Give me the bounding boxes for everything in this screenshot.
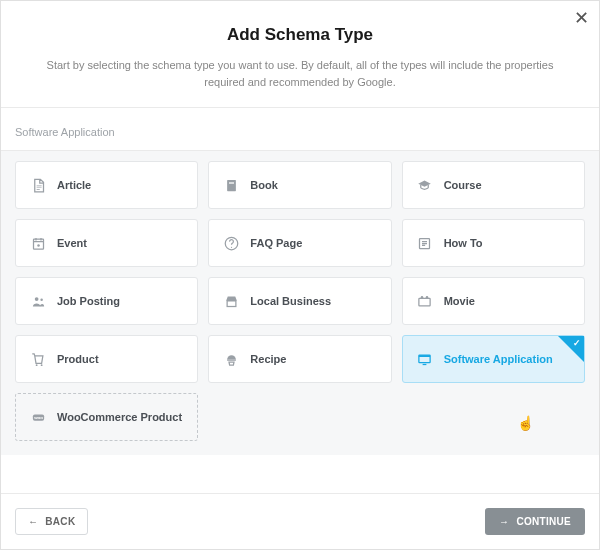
svg-rect-10 <box>419 298 430 306</box>
howto-icon <box>417 235 433 251</box>
event-icon <box>30 235 46 251</box>
schema-card-label: Book <box>250 179 278 191</box>
svg-point-12 <box>426 295 429 298</box>
schema-card-label: Software Application <box>444 353 553 365</box>
schema-card-label: How To <box>444 237 483 249</box>
schema-card-recipe[interactable]: Recipe <box>208 335 391 383</box>
schema-card-label: Local Business <box>250 295 331 307</box>
schema-card-woo[interactable]: wooWooCommerce Product <box>15 393 198 441</box>
search-area <box>1 108 599 150</box>
continue-button[interactable]: → CONTINUE <box>485 508 585 535</box>
modal-title: Add Schema Type <box>37 25 563 45</box>
schema-card-course[interactable]: Course <box>402 161 585 209</box>
continue-label: CONTINUE <box>516 516 571 527</box>
article-icon <box>30 177 46 193</box>
schema-card-event[interactable]: Event <box>15 219 198 267</box>
modal-header: Add Schema Type Start by selecting the s… <box>1 1 599 107</box>
schema-card-faq[interactable]: FAQ Page <box>208 219 391 267</box>
schema-search-input[interactable] <box>15 126 585 138</box>
schema-card-label: Article <box>57 179 91 191</box>
schema-card-movie[interactable]: Movie <box>402 277 585 325</box>
course-icon <box>417 177 433 193</box>
schema-card-label: Recipe <box>250 353 286 365</box>
book-icon <box>223 177 239 193</box>
svg-point-8 <box>40 298 43 301</box>
svg-point-7 <box>34 297 38 301</box>
faq-icon <box>223 235 239 251</box>
schema-card-howto[interactable]: How To <box>402 219 585 267</box>
local-icon <box>223 293 239 309</box>
modal-footer: ← BACK → CONTINUE <box>1 493 599 549</box>
modal-subtitle: Start by selecting the schema type you w… <box>37 57 563 91</box>
schema-card-label: Movie <box>444 295 475 307</box>
schema-card-article[interactable]: Article <box>15 161 198 209</box>
svg-rect-18 <box>423 363 427 364</box>
schema-card-label: WooCommerce Product <box>57 411 182 423</box>
svg-rect-0 <box>227 179 236 190</box>
schema-card-job[interactable]: Job Posting <box>15 277 198 325</box>
schema-card-book[interactable]: Book <box>208 161 391 209</box>
arrow-right-icon: → <box>499 516 509 527</box>
recipe-icon <box>223 351 239 367</box>
svg-point-5 <box>231 246 232 247</box>
product-icon <box>30 351 46 367</box>
svg-rect-9 <box>227 300 236 306</box>
schema-card-local[interactable]: Local Business <box>208 277 391 325</box>
back-label: BACK <box>45 516 75 527</box>
check-icon: ✓ <box>573 338 581 348</box>
svg-rect-17 <box>419 355 430 357</box>
schema-card-label: Job Posting <box>57 295 120 307</box>
schema-card-software[interactable]: Software Application✓ <box>402 335 585 383</box>
svg-rect-1 <box>229 182 234 183</box>
schema-card-label: Event <box>57 237 87 249</box>
svg-point-3 <box>37 244 40 247</box>
svg-text:woo: woo <box>33 415 43 420</box>
schema-card-label: FAQ Page <box>250 237 302 249</box>
arrow-left-icon: ← <box>28 516 38 527</box>
schema-grid: ArticleBookCourseEventFAQ PageHow ToJob … <box>1 151 599 455</box>
svg-rect-15 <box>227 359 236 360</box>
svg-point-11 <box>421 295 424 298</box>
schema-card-label: Course <box>444 179 482 191</box>
schema-card-product[interactable]: Product <box>15 335 198 383</box>
schema-card-label: Product <box>57 353 99 365</box>
svg-point-13 <box>35 364 37 366</box>
job-icon <box>30 293 46 309</box>
svg-point-14 <box>40 364 42 366</box>
back-button[interactable]: ← BACK <box>15 508 88 535</box>
woo-icon: woo <box>30 409 46 425</box>
close-icon[interactable]: ✕ <box>574 7 589 29</box>
software-icon <box>417 351 433 367</box>
movie-icon <box>417 293 433 309</box>
